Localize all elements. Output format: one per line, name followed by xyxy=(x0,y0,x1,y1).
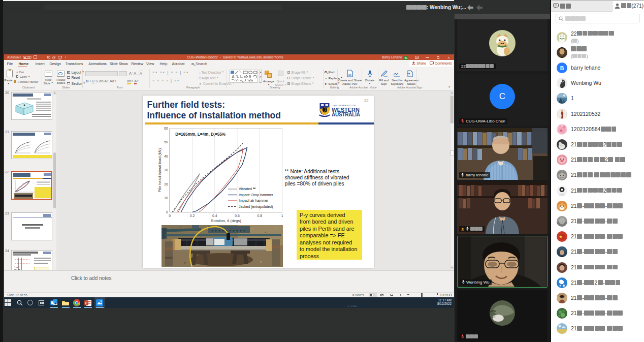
svg-text:0.6: 0.6 xyxy=(235,214,240,217)
svg-text:1: 1 xyxy=(281,214,283,217)
svg-text:Impact: Drop hammer: Impact: Drop hammer xyxy=(239,193,273,197)
svg-text:0.8: 0.8 xyxy=(257,214,263,217)
svg-text:Jacked (extrapolated): Jacked (extrapolated) xyxy=(239,205,273,209)
svg-text:60: 60 xyxy=(164,127,168,130)
svg-text:30: 30 xyxy=(164,168,168,172)
svg-text:Vibrated **: Vibrated ** xyxy=(239,187,256,191)
svg-text:10: 10 xyxy=(164,196,168,200)
svg-text:20: 20 xyxy=(164,182,168,186)
svg-text:40: 40 xyxy=(164,154,168,158)
svg-text:50: 50 xyxy=(164,140,168,144)
svg-text:0.2: 0.2 xyxy=(190,214,195,217)
svg-text:Pile head lateral load (kN): Pile head lateral load (kN) xyxy=(157,148,162,192)
svg-text:0.4: 0.4 xyxy=(212,214,217,217)
svg-text:0: 0 xyxy=(169,214,171,217)
svg-text:Impact air hammer: Impact air hammer xyxy=(239,199,269,203)
svg-text:P: P xyxy=(85,301,88,305)
svg-text:D=165mm, L=4m, Dr=55%: D=165mm, L=4m, Dr=55% xyxy=(175,132,226,137)
svg-text:0: 0 xyxy=(166,210,168,214)
svg-text:B: B xyxy=(560,65,564,71)
svg-text:Rotation, θ (degs): Rotation, θ (degs) xyxy=(211,219,241,223)
